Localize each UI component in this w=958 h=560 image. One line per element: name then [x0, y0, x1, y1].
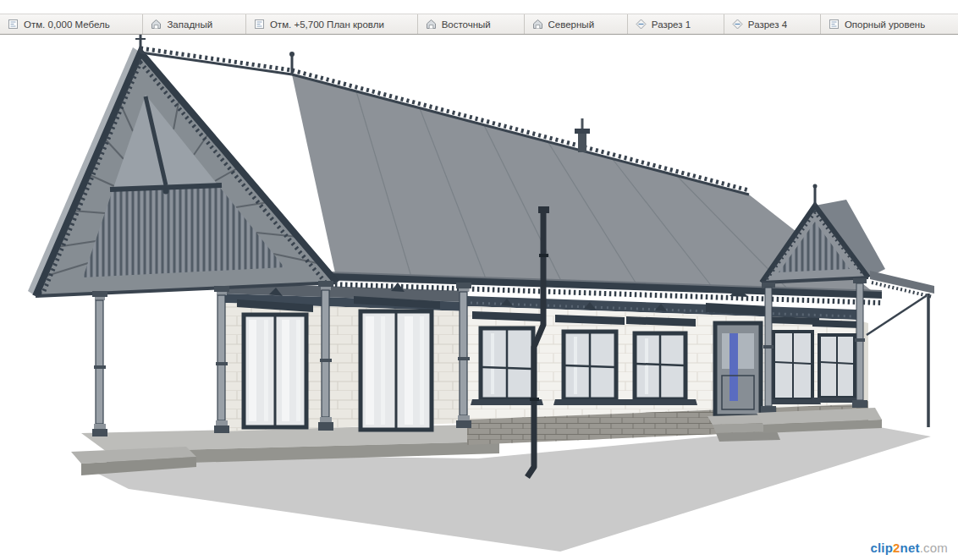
elevation-icon	[426, 19, 437, 30]
clip2net-watermark: clip2net.com	[870, 541, 948, 555]
window-4	[625, 304, 697, 405]
watermark-com: .com	[920, 541, 948, 555]
window-top-area: Отм. 0,000 Мебель Западный Отм. +5,700 П…	[0, 0, 958, 35]
section-icon	[636, 19, 647, 30]
view-tab-zapadny[interactable]: Западный	[143, 14, 246, 34]
view-tab-label: Разрез 1	[652, 19, 691, 30]
view-tab-label: Опорный уровень	[845, 19, 925, 30]
veranda-column-1	[92, 291, 107, 436]
floor-plan-icon	[8, 19, 19, 30]
house-3d-model	[0, 0, 958, 560]
elevation-icon	[151, 19, 162, 30]
section-icon	[732, 19, 743, 30]
view-tab-label: Разрез 4	[748, 19, 787, 30]
view-tab-oporny-uroven[interactable]: Опорный уровень	[821, 14, 958, 34]
roof-vent-stack	[575, 118, 590, 152]
view-tab-label: Западный	[167, 19, 212, 30]
watermark-net: net	[900, 541, 920, 555]
watermark-clip: clip	[870, 541, 893, 555]
veranda-gable-roof	[28, 28, 337, 296]
window-top-strip	[0, 0, 958, 14]
view-tab-razrez-1[interactable]: Разрез 1	[628, 14, 724, 34]
3d-view-canvas[interactable]: clip2net.com	[0, 0, 958, 560]
view-tab-bar: Отм. 0,000 Мебель Западный Отм. +5,700 П…	[0, 14, 958, 35]
view-tab-otm-0000-mebel[interactable]: Отм. 0,000 Мебель	[0, 14, 143, 34]
view-tab-label: Северный	[548, 19, 595, 30]
watermark-2: 2	[893, 541, 900, 555]
floor-plan-icon	[829, 19, 840, 30]
window-3	[553, 302, 628, 405]
view-tab-label: Восточный	[442, 19, 491, 30]
floor-plan-icon	[254, 19, 265, 30]
view-tab-otm-5700-plan-krovli[interactable]: Отм. +5,700 План кровли	[246, 14, 418, 34]
view-tab-label: Отм. +5,700 План кровли	[270, 19, 384, 30]
view-tab-vostochny[interactable]: Восточный	[418, 14, 525, 34]
view-tab-label: Отм. 0,000 Мебель	[24, 19, 110, 30]
view-tab-razrez-4[interactable]: Разрез 4	[724, 14, 821, 34]
view-tab-severny[interactable]: Северный	[525, 14, 628, 34]
elevation-icon	[532, 19, 543, 30]
veranda-back-wall	[223, 283, 467, 431]
